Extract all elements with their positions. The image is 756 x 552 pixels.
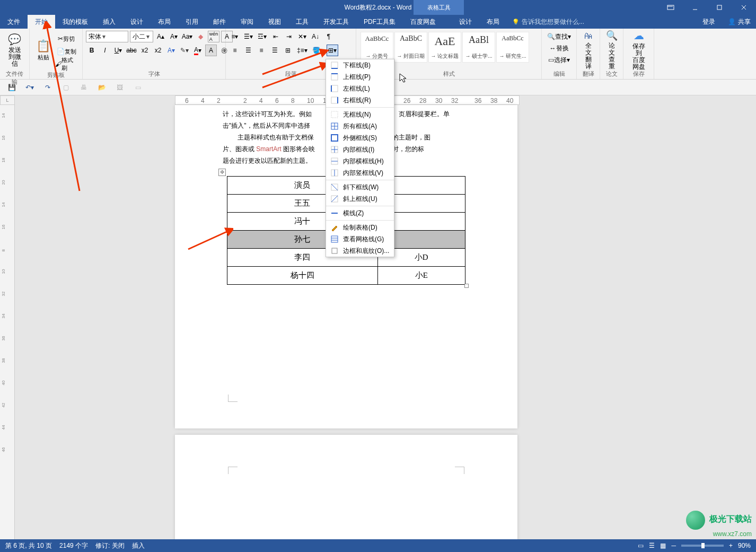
tab-layout[interactable]: 布局: [151, 15, 178, 29]
zoom-slider[interactable]: [681, 545, 724, 547]
tell-me[interactable]: 💡 告诉我您想要做什么...: [507, 17, 590, 27]
minimize-icon[interactable]: [683, 0, 707, 15]
phonetic-button[interactable]: wénA: [208, 31, 219, 42]
align-left-button[interactable]: ≡: [229, 45, 241, 56]
paste-button[interactable]: 📋 粘贴: [33, 31, 54, 69]
superscript-button[interactable]: x2: [152, 45, 164, 56]
line-spacing-button[interactable]: ‡≡▾: [295, 45, 309, 56]
format-painter-button[interactable]: 🖌 格式刷: [54, 58, 79, 70]
zoom-level[interactable]: 90%: [738, 542, 751, 549]
border-menu-hline[interactable]: 横线(Z): [326, 207, 394, 219]
login-button[interactable]: 登录: [695, 15, 723, 29]
char-shading-button[interactable]: A: [205, 45, 217, 56]
cut-button[interactable]: ✂ 剪切: [54, 33, 79, 45]
border-menu-top[interactable]: 上框线(P): [326, 71, 394, 83]
show-marks-button[interactable]: ¶: [323, 31, 335, 42]
tab-design[interactable]: 设计: [123, 15, 151, 29]
border-menu-bottom[interactable]: 下框线(B): [326, 59, 394, 71]
undo-icon[interactable]: ↶▾: [24, 82, 35, 93]
border-menu-diagup[interactable]: 斜上框线(U): [326, 193, 394, 205]
ruler-corner[interactable]: L: [0, 95, 15, 105]
text-effects-button[interactable]: A▾: [165, 45, 177, 56]
tab-table-design[interactable]: 设计: [452, 15, 479, 29]
font-size-combo[interactable]: 小二▾: [130, 31, 153, 42]
status-page[interactable]: 第 6 页, 共 10 页: [5, 541, 52, 550]
tab-insert[interactable]: 插入: [95, 15, 123, 29]
border-menu-left[interactable]: 左框线(L): [326, 83, 394, 94]
change-case-button[interactable]: Aa▾: [181, 31, 193, 42]
print-icon[interactable]: 🖶: [78, 82, 89, 93]
zoom-in-icon[interactable]: +: [729, 542, 733, 549]
border-menu-dlg[interactable]: 边框和底纹(O)...: [326, 245, 394, 257]
highlight-button[interactable]: ✎▾: [179, 45, 190, 56]
strike-button[interactable]: abc: [126, 45, 137, 56]
redo-icon[interactable]: ↷: [42, 82, 53, 93]
open-icon[interactable]: 📂: [96, 82, 107, 93]
border-menu-right[interactable]: 右框线(R): [326, 94, 394, 106]
border-menu-all[interactable]: 所有框线(A): [326, 120, 394, 132]
table-resize-handle[interactable]: [464, 284, 469, 288]
sort-button[interactable]: A↓: [310, 31, 321, 42]
align-center-button[interactable]: ☰: [242, 45, 254, 56]
style-item-0[interactable]: AaBbCc→ 分类号: [361, 32, 393, 63]
border-menu-draw[interactable]: 绘制表格(D): [326, 222, 394, 233]
tab-pdf[interactable]: PDF工具集: [356, 15, 403, 29]
view-print-icon[interactable]: ☰: [649, 542, 655, 549]
borders-button[interactable]: ⊞▾: [327, 45, 338, 56]
thesis-check-button[interactable]: 🔍 论文查重: [603, 31, 620, 69]
status-mode[interactable]: 插入: [132, 541, 145, 550]
font-name-combo[interactable]: 宋体▾: [86, 31, 128, 42]
italic-button[interactable]: I: [99, 45, 111, 56]
share-button[interactable]: 👤 共享: [723, 15, 756, 29]
border-menu-inside[interactable]: 内部框线(I): [326, 144, 394, 155]
vertical-ruler[interactable]: 1416182014168103234363840424446: [0, 105, 15, 539]
close-icon[interactable]: [732, 0, 756, 15]
style-item-3[interactable]: AaBl→ 硕士学...: [462, 32, 495, 63]
send-to-wechat-button[interactable]: 💬 发送到微信: [3, 31, 26, 69]
style-item-2[interactable]: AaE→ 论文标题: [428, 32, 461, 63]
picture-icon[interactable]: 🖼: [115, 82, 125, 93]
style-item-1[interactable]: AaBbC→ 封面日期: [394, 32, 427, 63]
asian-layout-button[interactable]: ✕▾: [296, 31, 308, 42]
tab-baidu[interactable]: 百度网盘: [403, 15, 443, 29]
distribute-button[interactable]: ⊞: [282, 45, 294, 56]
border-menu-grid[interactable]: 查看网格线(G): [326, 233, 394, 245]
tab-tools[interactable]: 工具: [288, 15, 316, 29]
view-web-icon[interactable]: ▦: [660, 542, 666, 549]
subscript-button[interactable]: x2: [139, 45, 151, 56]
border-menu-ivert[interactable]: 内部竖框线(V): [326, 167, 394, 179]
bullets-button[interactable]: ≡▾: [229, 31, 241, 42]
table-cell[interactable]: 杨十四: [227, 267, 378, 285]
underline-button[interactable]: U▾: [112, 45, 124, 56]
select-button[interactable]: ▭ 选择▾: [545, 54, 573, 66]
zoom-out-icon[interactable]: ─: [671, 542, 676, 549]
tab-references[interactable]: 引用: [178, 15, 206, 29]
tab-review[interactable]: 审阅: [233, 15, 261, 29]
border-menu-none[interactable]: 无框线(N): [326, 109, 394, 120]
preview-icon[interactable]: ▭: [133, 82, 143, 93]
shrink-font-button[interactable]: A▾: [168, 31, 180, 42]
shading-button[interactable]: 🪣▾: [311, 45, 325, 56]
clear-format-button[interactable]: ◆: [195, 31, 206, 42]
numbering-button[interactable]: ☰▾: [242, 31, 254, 42]
table-move-handle[interactable]: ✥: [218, 169, 226, 176]
inc-indent-button[interactable]: ⇥: [283, 31, 295, 42]
border-menu-diagdown[interactable]: 斜下框线(W): [326, 181, 394, 193]
bold-button[interactable]: B: [86, 45, 98, 56]
maximize-icon[interactable]: [707, 0, 732, 15]
status-track[interactable]: 修订: 关闭: [95, 541, 125, 550]
copy-button[interactable]: 📄 复制: [54, 46, 79, 57]
align-right-button[interactable]: ≡: [256, 45, 267, 56]
dec-indent-button[interactable]: ⇤: [270, 31, 282, 42]
border-menu-ihor[interactable]: 内部横框线(H): [326, 155, 394, 167]
tab-mailings[interactable]: 邮件: [206, 15, 233, 29]
tab-view[interactable]: 视图: [261, 15, 288, 29]
border-menu-outside[interactable]: 外侧框线(S): [326, 132, 394, 144]
tab-templates[interactable]: 我的模板: [55, 15, 95, 29]
page-2[interactable]: [175, 435, 517, 552]
grow-font-button[interactable]: A▴: [155, 31, 166, 42]
table-row[interactable]: 杨十四小E: [227, 267, 465, 285]
style-item-4[interactable]: AaBbCc→ 研究生...: [496, 32, 529, 63]
multilevel-button[interactable]: ☲▾: [256, 31, 268, 42]
tab-file[interactable]: 文件: [0, 15, 28, 29]
